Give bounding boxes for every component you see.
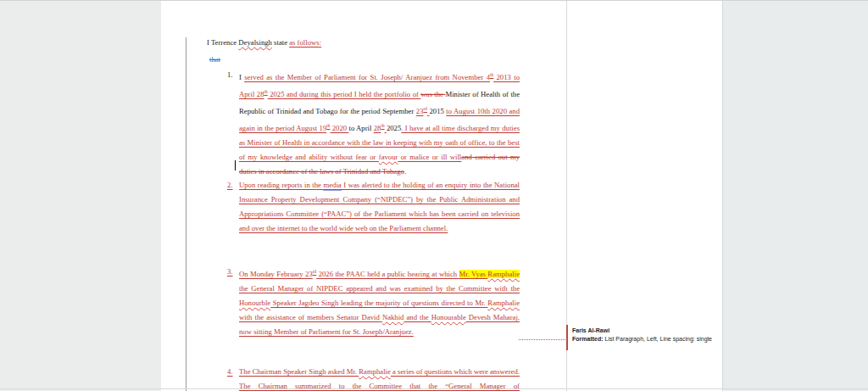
- text-run: served as the Member of Parliament for S…: [244, 73, 490, 81]
- comment-formatted-text: List Paragraph, Left, Line spacing: sing…: [604, 336, 712, 342]
- text-run: .: [404, 167, 406, 176]
- text-run: 2026 the PAAC held a public hearing at w…: [316, 270, 459, 278]
- list-item-1[interactable]: 1. I served as the Member of Parliament …: [239, 68, 520, 179]
- word-document-view: I Terrence Deyalsingh state as follows: …: [0, 0, 868, 391]
- text-run: state: [272, 38, 289, 47]
- text-run: 1.: [227, 70, 233, 79]
- text-run: The Chairman Speaker Singh asked Mr.: [239, 367, 359, 376]
- text-run: Ramphalie: [359, 367, 391, 376]
- list-number-1: 1.: [227, 68, 233, 82]
- comment-formatted-line: Formatted: List Paragraph, Left, Line sp…: [572, 335, 717, 344]
- text-run: as follows:: [289, 38, 321, 47]
- list-number-3: 3.: [227, 265, 233, 279]
- list-item-2[interactable]: 2. Upon reading reports in the media I w…: [239, 178, 520, 236]
- text-run: the General Manager of NIPDEC appeared a…: [239, 284, 520, 293]
- text-run: 2.: [227, 181, 233, 189]
- right-gray-panel: [722, 1, 868, 391]
- comment-connector-line: [519, 339, 565, 340]
- text-run: 2025: [387, 124, 401, 132]
- text-run: Ramphalie: [487, 270, 520, 278]
- text-run: On Monday February 23: [239, 270, 313, 278]
- text-run: was the: [420, 90, 445, 98]
- text-run: Upon reading reports in the: [239, 181, 323, 189]
- text-run: th: [381, 123, 384, 128]
- text-run: media: [323, 181, 341, 191]
- text-run: to April: [348, 124, 373, 132]
- text-run: Deyalsingh: [238, 38, 272, 47]
- comment-card[interactable]: Faris Al-Rawi Formatted: List Paragraph,…: [566, 325, 721, 350]
- text-run: favour: [379, 153, 398, 161]
- list-item-3[interactable]: 3. On Monday February 23rd 2026 the PAAC…: [239, 265, 520, 339]
- text-run: 2025 and during this period I held the p…: [268, 90, 421, 98]
- comment-formatted-label: Formatted:: [572, 336, 604, 342]
- text-run: Ramphalie: [487, 299, 520, 307]
- text-run: Honourble: [239, 299, 270, 307]
- tracked-changes-bar: [186, 37, 186, 391]
- text-run: 2015: [429, 107, 446, 115]
- text-run: 2020: [330, 124, 348, 132]
- text-run: 4.: [227, 367, 233, 376]
- text-run: I Terrence: [207, 38, 238, 47]
- text-run: 3.: [227, 267, 233, 276]
- list-number-4: 4.: [227, 365, 233, 379]
- paragraph-intro[interactable]: I Terrence Deyalsingh state as follows:: [207, 36, 529, 50]
- list-number-2: 2.: [227, 178, 233, 193]
- text-run: that: [209, 55, 220, 64]
- window-bottom-edge: [0, 388, 868, 389]
- text-cursor: [235, 160, 236, 170]
- text-run: or malice or ill will: [398, 153, 461, 161]
- text-run: Speaker Jagdeo Singh leading the majorit…: [270, 299, 487, 307]
- text-run: with the assistance of members Senator D…: [239, 313, 382, 321]
- text-run: and the: [403, 313, 431, 321]
- text-run: Mr. Vyas: [459, 270, 488, 278]
- text-run: Honourable: [431, 313, 466, 321]
- deleted-word-that[interactable]: that: [209, 53, 294, 67]
- text-run: 23: [416, 107, 424, 115]
- list-item-4[interactable]: 4. The Chairman Speaker Singh asked Mr. …: [239, 365, 520, 391]
- text-run: Nakhid: [382, 313, 404, 321]
- comment-author: Faris Al-Rawi: [572, 327, 717, 335]
